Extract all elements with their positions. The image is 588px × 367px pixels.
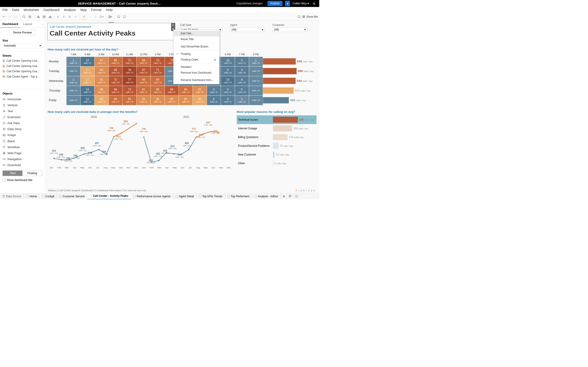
sheet-tab[interactable]: Customer Service bbox=[57, 193, 87, 199]
highlight-button[interactable] bbox=[82, 14, 87, 19]
sort-desc-button[interactable] bbox=[62, 14, 67, 19]
heatmap-cell[interactable]: 63calls / hr bbox=[151, 76, 164, 85]
sheet-tab[interactable]: Performance Across Agents bbox=[131, 193, 173, 199]
menu-file[interactable]: File bbox=[2, 8, 8, 12]
new-data-source-button[interactable] bbox=[36, 14, 41, 19]
heatmap-cell[interactable]: 13calls / hr bbox=[221, 76, 235, 85]
heatmap-cell[interactable]: calls / hr bbox=[249, 76, 263, 85]
heatmap-cell[interactable]: 68calls / hr bbox=[109, 67, 122, 76]
dashboard-title-object[interactable]: ✕ ▾ Call Center (expert) Dashboard Call … bbox=[47, 23, 175, 40]
sheet-tab[interactable]: Home bbox=[24, 193, 40, 199]
tiled-floating-toggle[interactable]: Tiled Floating bbox=[2, 170, 42, 176]
reason-row[interactable]: Product/Service Problems45 calls / day bbox=[237, 142, 317, 150]
menu-reset-title[interactable]: Reset Title bbox=[173, 36, 219, 42]
floating-toggle[interactable]: Floating bbox=[22, 171, 42, 176]
menu-remove[interactable]: Remove from Dashboard bbox=[173, 70, 219, 76]
device-preview-button[interactable]: Device Preview bbox=[9, 30, 36, 35]
sheet-item[interactable]: Call Center Opening Usa... bbox=[0, 58, 45, 64]
heatmap-cell[interactable]: 5calls / hr bbox=[235, 86, 249, 95]
reason-row[interactable]: Other2 calls / day bbox=[237, 159, 317, 168]
sort-clear-button[interactable] bbox=[68, 14, 73, 19]
heatmap-cell[interactable]: 68calls / hr bbox=[109, 86, 122, 95]
publish-button[interactable]: Publish bbox=[268, 1, 283, 6]
redo-button[interactable] bbox=[7, 14, 12, 19]
heatmap-cell[interactable]: 77calls / hr bbox=[123, 76, 137, 85]
sheet-tab[interactable]: Agent Detail bbox=[173, 193, 196, 199]
heatmap-cell[interactable]: 49calls / hr bbox=[95, 86, 108, 95]
heatmap-cell[interactable]: 71calls / hr bbox=[151, 67, 164, 76]
heatmap-cell[interactable]: 67calls / hr bbox=[137, 67, 150, 76]
tab-layout[interactable]: Layout bbox=[21, 21, 35, 27]
object-horizontal[interactable]: Horizontal bbox=[0, 96, 45, 102]
device-preview-button[interactable] bbox=[122, 14, 127, 19]
heatmap-cell[interactable]: 73calls / hr bbox=[151, 57, 164, 66]
heatmap-cell[interactable]: 61calls / hr bbox=[137, 86, 150, 95]
heatmap-cell[interactable]: 9calls / hr bbox=[221, 96, 235, 105]
day-total-bar[interactable] bbox=[263, 97, 289, 103]
new-story-tab-button[interactable] bbox=[293, 193, 300, 199]
text-format-button[interactable]: T bbox=[87, 14, 93, 19]
heatmap-cell[interactable]: 13calls / hr bbox=[81, 57, 95, 66]
heatmap-cell[interactable]: 11calls / hr bbox=[81, 96, 95, 105]
heatmap-cell[interactable]: 1calls / hr bbox=[66, 76, 80, 85]
menu-worksheet[interactable]: Worksheet bbox=[24, 8, 39, 12]
filter-agent-dropdown[interactable]: (All)▾ bbox=[230, 27, 265, 32]
presentation-button[interactable] bbox=[116, 14, 121, 19]
object-extension[interactable]: Extension bbox=[0, 114, 45, 120]
remove-object-button[interactable]: ✕ bbox=[171, 23, 175, 27]
reason-row[interactable]: New Customer13 calls / day bbox=[237, 150, 317, 159]
menu-floating[interactable]: ✓Floating bbox=[173, 51, 219, 57]
heatmap-cell[interactable]: 52calls / hr bbox=[95, 76, 108, 85]
heatmap-cell[interactable]: 6calls / hr bbox=[207, 96, 221, 105]
swap-button[interactable]: ▾ bbox=[47, 14, 52, 19]
menu-floating-order[interactable]: Floating Order▸ bbox=[173, 57, 219, 63]
heatmap-cell[interactable]: 10calls / hr bbox=[221, 57, 235, 66]
publish-dropdown-button[interactable]: ▾ bbox=[285, 1, 290, 6]
undo-button[interactable] bbox=[2, 14, 7, 19]
sort-asc-button[interactable] bbox=[56, 14, 61, 19]
heatmap-cell[interactable]: calls / hr bbox=[249, 86, 263, 95]
reason-row[interactable]: Billing Questions115 calls / day bbox=[237, 133, 317, 142]
object-web-page[interactable]: Web Page bbox=[0, 150, 45, 156]
menu-add-showhide[interactable]: Add Show/Hide Button bbox=[173, 44, 219, 50]
heatmap-cell[interactable]: calls / hr bbox=[66, 86, 80, 95]
object-image[interactable]: Image bbox=[0, 132, 45, 138]
heatmap-cell[interactable]: 69calls / hr bbox=[165, 86, 179, 95]
heatmap-cell[interactable]: calls / hr bbox=[249, 67, 263, 76]
heatmap-cell[interactable]: 64calls / hr bbox=[179, 86, 192, 95]
heatmap-cell[interactable]: 1calls / hr bbox=[66, 57, 80, 66]
menu-dashboard[interactable]: Dashboard bbox=[43, 8, 59, 12]
filter-customer-dropdown[interactable]: (All)▾ bbox=[272, 27, 307, 32]
heatmap-cell[interactable]: 9calls / hr bbox=[207, 86, 221, 95]
tiled-toggle[interactable]: Tiled bbox=[2, 171, 22, 176]
close-icon[interactable]: ✕ bbox=[311, 1, 317, 6]
clear-sheet-button[interactable] bbox=[42, 14, 47, 19]
day-total-bar[interactable] bbox=[263, 87, 294, 94]
sheet-item[interactable]: Call Center Opening Usa... bbox=[0, 64, 45, 69]
duplicate-button[interactable] bbox=[27, 14, 32, 19]
sheet-tab[interactable]: Analysis - Adhoc bbox=[252, 193, 281, 199]
revert-button[interactable] bbox=[13, 14, 18, 19]
reason-row[interactable]: Internet Outage150 calls / day bbox=[237, 124, 317, 133]
edit-button[interactable] bbox=[93, 14, 98, 19]
tab-dashboard[interactable]: Dashboard bbox=[0, 20, 21, 27]
day-total-bar[interactable] bbox=[263, 58, 296, 65]
show-cards-button[interactable]: ▾ bbox=[108, 14, 113, 19]
presentation2-button[interactable] bbox=[296, 14, 302, 19]
collapse-sidebar-button[interactable]: ‹ bbox=[40, 21, 45, 27]
sheet-item[interactable]: Call Center Opening Usa... bbox=[0, 69, 45, 74]
object-navigation[interactable]: Navigation bbox=[0, 156, 45, 162]
object-data-story[interactable]: Data Story bbox=[0, 126, 45, 132]
object-blank[interactable]: Blank bbox=[0, 138, 45, 144]
day-total-bar[interactable] bbox=[263, 78, 296, 84]
day-total-bar[interactable] bbox=[263, 68, 297, 74]
object-text[interactable]: AText bbox=[0, 108, 45, 114]
heatmap-cell[interactable]: 78calls / hr bbox=[123, 67, 137, 76]
heatmap-cell[interactable]: 17calls / hr bbox=[81, 76, 95, 85]
heatmap-cell[interactable]: 72calls / hr bbox=[123, 57, 137, 66]
menu-map[interactable]: Map bbox=[80, 8, 86, 12]
heatmap-cell[interactable]: 73calls / hr bbox=[123, 86, 137, 95]
menu-analysis[interactable]: Analysis bbox=[64, 8, 76, 12]
heatmap-cell[interactable]: 5calls / hr bbox=[221, 67, 235, 76]
heatmap-cell[interactable]: calls / hr bbox=[249, 96, 263, 105]
